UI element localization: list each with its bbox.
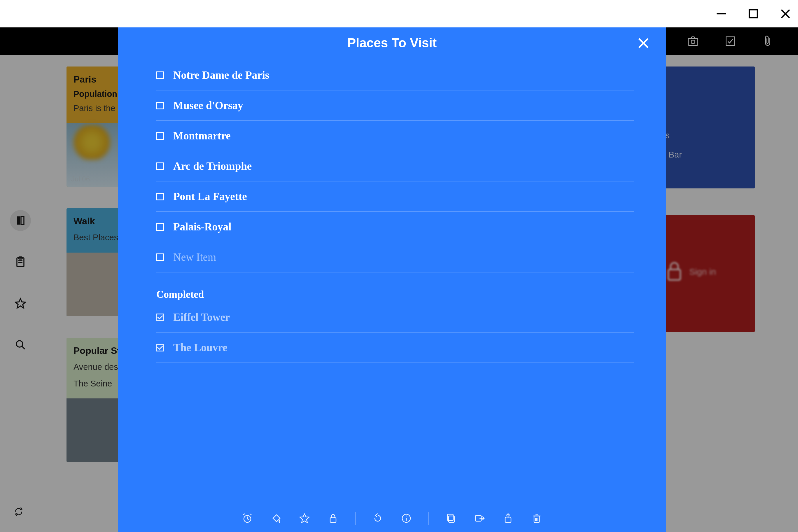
svg-marker-24 — [300, 514, 309, 522]
star-icon[interactable] — [298, 512, 311, 525]
checklist-item[interactable]: Montmartre — [156, 121, 634, 151]
checkbox-checked-icon[interactable] — [156, 314, 164, 321]
checkbox-icon[interactable] — [156, 253, 164, 261]
alarm-icon[interactable] — [241, 512, 254, 525]
lock-icon[interactable] — [327, 512, 340, 525]
checkbox-icon[interactable] — [156, 223, 164, 231]
svg-line-21 — [247, 519, 249, 519]
checkbox-checked-icon[interactable] — [156, 344, 164, 352]
modal-header: Places To Visit — [118, 27, 666, 58]
modal-footer-toolbar — [118, 504, 666, 532]
checklist-item-label[interactable]: Eiffel Tower — [173, 311, 230, 323]
checkbox-icon[interactable] — [156, 102, 164, 109]
modal-title: Places To Visit — [347, 36, 437, 50]
close-window-button[interactable] — [779, 7, 792, 20]
checklist-item-label[interactable]: Notre Dame de Paris — [173, 69, 269, 81]
checkbox-icon[interactable] — [156, 163, 164, 170]
checklist-item[interactable]: Palais-Royal — [156, 212, 634, 242]
checklist-item-label[interactable]: Pont La Fayette — [173, 190, 247, 203]
svg-line-23 — [250, 514, 251, 515]
checklist-item-completed[interactable]: The Louvre — [156, 332, 634, 363]
svg-point-28 — [406, 515, 407, 516]
modal-body: Notre Dame de Paris Musee d'Orsay Montma… — [118, 58, 666, 504]
checklist-modal: Places To Visit Notre Dame de Paris Muse… — [118, 27, 666, 532]
close-icon[interactable] — [637, 37, 650, 50]
checklist-new-item[interactable]: New Item — [156, 242, 634, 272]
checklist-item-label[interactable]: The Louvre — [173, 341, 227, 354]
trash-icon[interactable] — [530, 512, 543, 525]
svg-line-22 — [243, 514, 245, 515]
toolbar-separator — [355, 512, 356, 525]
paint-bucket-icon[interactable] — [269, 512, 282, 525]
svg-rect-25 — [330, 518, 336, 522]
window-chrome — [0, 0, 798, 27]
checklist-item-label[interactable]: Montmartre — [173, 130, 231, 142]
checklist-item[interactable]: Pont La Fayette — [156, 182, 634, 212]
copy-icon[interactable] — [444, 512, 457, 525]
checklist-item-label[interactable]: Palais-Royal — [173, 221, 231, 233]
checkbox-icon[interactable] — [156, 132, 164, 140]
share-icon[interactable] — [502, 512, 514, 525]
info-icon[interactable] — [400, 512, 413, 525]
checklist-item[interactable]: Notre Dame de Paris — [156, 60, 634, 90]
move-out-icon[interactable] — [473, 512, 486, 525]
checklist-item[interactable]: Musee d'Orsay — [156, 90, 634, 121]
toolbar-separator — [429, 512, 429, 525]
undo-icon[interactable] — [371, 512, 384, 525]
completed-heading: Completed — [156, 289, 634, 300]
svg-rect-1 — [749, 10, 758, 18]
checklist-item-label[interactable]: Arc de Triomphe — [173, 160, 252, 172]
checkbox-icon[interactable] — [156, 193, 164, 201]
checklist-item-completed[interactable]: Eiffel Tower — [156, 302, 634, 332]
checklist-item[interactable]: Arc de Triomphe — [156, 151, 634, 182]
maximize-button[interactable] — [747, 7, 760, 20]
checklist-item-label[interactable]: Musee d'Orsay — [173, 99, 243, 112]
new-item-placeholder[interactable]: New Item — [173, 251, 216, 263]
checkbox-icon[interactable] — [156, 72, 164, 79]
minimize-button[interactable] — [715, 7, 728, 20]
